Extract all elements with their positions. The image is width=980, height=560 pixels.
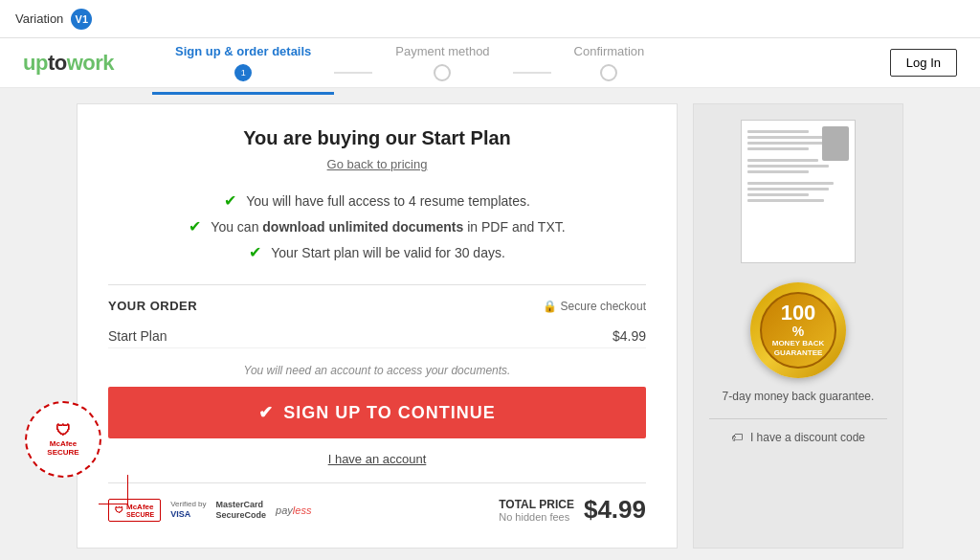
tab-payment-label: Payment method: [395, 44, 489, 58]
tab-signup-circle: 1: [234, 64, 252, 81]
go-back-link[interactable]: Go back to pricing: [108, 155, 646, 172]
total-price-area: TOTAL PRICE No hidden fees $4.99: [499, 495, 646, 525]
money-back-inner: 100 % MONEY BACKGUARANTEE: [760, 292, 836, 369]
header: uptowork Sign up & order details 1 Payme…: [0, 38, 980, 88]
verified-visa: Verified by VISA: [170, 500, 206, 519]
nav-tabs: Sign up & order details 1 Payment method…: [152, 44, 890, 81]
tab-signup-label: Sign up & order details: [175, 44, 311, 58]
order-header: YOUR ORDER 🔒 Secure checkout: [108, 299, 646, 313]
signup-check-icon: ✔: [258, 402, 274, 423]
mb-100: 100: [781, 302, 816, 324]
payless-text: payless: [276, 504, 311, 516]
signup-button-label: SIGN UP TO CONTINUE: [283, 403, 495, 423]
mastercard-text: MasterCard SecureCode: [216, 500, 267, 521]
plan-title: You are buying our Start Plan: [108, 127, 646, 149]
have-account[interactable]: I have an account: [108, 450, 646, 467]
logo[interactable]: uptowork: [23, 51, 114, 76]
tab-confirmation[interactable]: Confirmation: [551, 44, 668, 81]
secure-badge: 🔒 Secure checkout: [543, 300, 646, 313]
mb-text: MONEY BACKGUARANTEE: [772, 339, 825, 357]
features-list: ✔ You will have full access to 4 resume …: [108, 191, 646, 261]
order-item-price: $4.99: [612, 328, 646, 344]
discount-tag-icon: 🏷: [731, 431, 743, 444]
check-icon-1: ✔: [224, 191, 236, 210]
security-logos: 🛡 McAfeeSECURE Verified by VISA MasterCa…: [108, 499, 311, 522]
have-account-link[interactable]: I have an account: [328, 452, 427, 466]
tab-signup[interactable]: Sign up & order details 1: [152, 44, 334, 81]
feature-item-1: ✔ You will have full access to 4 resume …: [224, 191, 530, 210]
money-back-badge: 100 % MONEY BACKGUARANTEE: [750, 282, 846, 378]
need-account-text: You will need an account to access your …: [108, 364, 646, 377]
mcafee-floating-badge: 🛡 McAfee SECURE: [25, 401, 101, 478]
variation-label: Variation: [15, 11, 63, 26]
login-button[interactable]: Log In: [890, 49, 957, 77]
tab-connector-1: [334, 72, 372, 74]
top-bar: Variation V1: [0, 0, 980, 38]
tab-payment-circle: [434, 64, 451, 81]
discount-row[interactable]: 🏷 I have a discount code: [709, 418, 887, 444]
signup-button[interactable]: ✔ SIGN UP TO CONTINUE: [108, 387, 646, 438]
mb-percent: %: [792, 324, 804, 339]
feature-text-3: Your Start plan will be valid for 30 day…: [271, 245, 505, 260]
check-icon-2: ✔: [189, 217, 201, 235]
total-label: TOTAL PRICE: [499, 498, 574, 511]
resume-avatar: [822, 126, 849, 161]
guarantee-text: 7-day money back guarantee.: [723, 390, 875, 403]
money-back-outer: 100 % MONEY BACKGUARANTEE: [750, 282, 846, 378]
no-hidden-fees: No hidden fees: [499, 511, 574, 523]
panel-footer: 🛡 McAfeeSECURE Verified by VISA MasterCa…: [108, 482, 646, 525]
tab-confirmation-label: Confirmation: [574, 44, 645, 58]
variation-badge: V1: [71, 9, 92, 30]
check-icon-3: ✔: [249, 243, 261, 261]
discount-label: I have a discount code: [750, 431, 865, 444]
tab-confirmation-circle: [600, 64, 617, 81]
feature-item-2: ✔ You can download unlimited documents i…: [189, 217, 565, 235]
resume-preview: [741, 120, 856, 263]
order-item-name: Start Plan: [108, 328, 167, 344]
tab-connector-2: [513, 72, 551, 74]
order-title: YOUR ORDER: [108, 299, 197, 313]
order-row: Start Plan $4.99: [108, 325, 646, 348]
secure-label: Secure checkout: [561, 300, 646, 313]
main-content: 🛡 McAfee SECURE You are buying our Start…: [0, 88, 980, 560]
feature-text-2: You can download unlimited documents in …: [211, 219, 565, 235]
order-section: YOUR ORDER 🔒 Secure checkout Start Plan …: [108, 284, 646, 348]
shield-small-icon: 🛡: [115, 505, 123, 515]
feature-item-3: ✔ Your Start plan will be valid for 30 d…: [249, 243, 505, 261]
left-panel: 🛡 McAfee SECURE You are buying our Start…: [77, 103, 678, 549]
total-amount: $4.99: [584, 495, 646, 525]
right-panel: 100 % MONEY BACKGUARANTEE 7-day money ba…: [693, 103, 903, 549]
tab-payment[interactable]: Payment method: [372, 44, 512, 81]
lock-icon: 🔒: [543, 300, 557, 313]
feature-text-1: You will have full access to 4 resume te…: [246, 193, 530, 209]
